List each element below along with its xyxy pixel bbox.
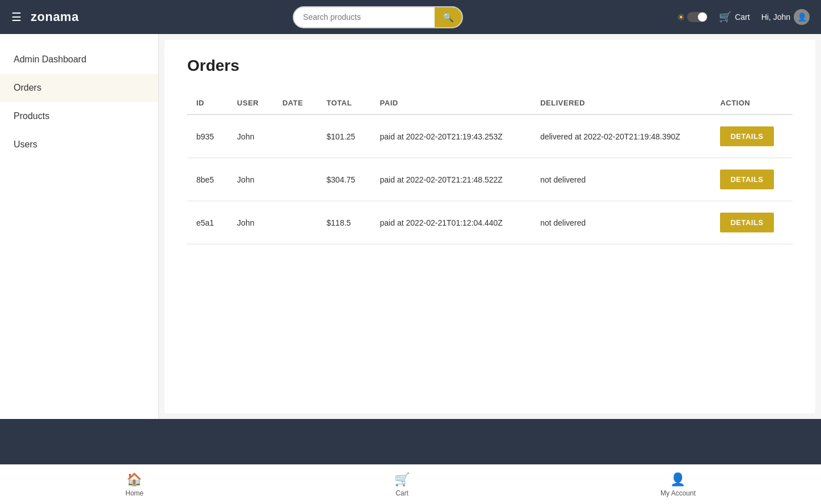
footer-nav-home-label: Home	[125, 489, 144, 497]
col-header-user: USER	[228, 92, 273, 115]
cell-user: John	[228, 158, 273, 201]
table-row: 8be5John$304.75paid at 2022-02-20T21:21:…	[187, 158, 793, 201]
sidebar-item-label: Admin Dashboard	[14, 54, 86, 64]
table-row: e5a1John$118.5paid at 2022-02-21T01:12:0…	[187, 201, 793, 244]
main-content: Orders ID USER DATE TOTAL PAID DELIVERED…	[165, 40, 815, 413]
col-header-date: DATE	[273, 92, 318, 115]
sidebar-item-orders[interactable]: Orders	[0, 74, 158, 102]
user-icon: 👤	[797, 12, 807, 22]
sidebar-item-products[interactable]: Products	[0, 102, 158, 130]
header: ☰ zonama 🔍 ☀ 🛒 Cart Hi, John 👤	[0, 0, 821, 34]
col-header-id: ID	[187, 92, 228, 115]
cell-user: John	[228, 201, 273, 244]
user-greeting[interactable]: Hi, John 👤	[761, 9, 810, 25]
logo: zonama	[31, 10, 79, 24]
footer-nav-account[interactable]: 👤 My Account	[660, 472, 696, 497]
footer-account-icon: 👤	[670, 472, 685, 487]
cell-action: DETAILS	[711, 158, 793, 201]
cell-total: $304.75	[318, 158, 371, 201]
sun-icon: ☀	[677, 12, 685, 23]
search-area: 🔍	[88, 6, 668, 28]
cart-icon: 🛒	[719, 11, 731, 23]
col-header-delivered: DELIVERED	[531, 92, 711, 115]
cell-id: b935	[187, 115, 228, 158]
table-header-row: ID USER DATE TOTAL PAID DELIVERED ACTION	[187, 92, 793, 115]
search-container: 🔍	[293, 6, 463, 28]
cell-id: e5a1	[187, 201, 228, 244]
cell-date	[273, 115, 318, 158]
cell-paid: paid at 2022-02-20T21:21:48.522Z	[371, 158, 532, 201]
details-button[interactable]: DETAILS	[720, 170, 773, 189]
footer-nav-home[interactable]: 🏠 Home	[125, 472, 144, 497]
footer-nav-account-label: My Account	[660, 489, 696, 497]
footer-cart-icon: 🛒	[394, 472, 410, 487]
footer-nav: 🏠 Home 🛒 Cart 👤 My Account	[0, 464, 821, 504]
page-title: Orders	[187, 57, 793, 75]
cart-link[interactable]: 🛒 Cart	[719, 11, 750, 23]
cell-user: John	[228, 115, 273, 158]
search-button[interactable]: 🔍	[435, 7, 462, 27]
menu-icon[interactable]: ☰	[11, 10, 22, 24]
header-right: ☀ 🛒 Cart Hi, John 👤	[677, 9, 810, 25]
details-button[interactable]: DETAILS	[720, 126, 773, 146]
cell-delivered: delivered at 2022-02-20T21:19:48.390Z	[531, 115, 711, 158]
theme-toggle[interactable]: ☀	[677, 12, 708, 23]
cell-paid: paid at 2022-02-21T01:12:04.440Z	[371, 201, 532, 244]
cell-total: $101.25	[318, 115, 371, 158]
cell-delivered: not delivered	[531, 201, 711, 244]
cell-id: 8be5	[187, 158, 228, 201]
sidebar-item-users[interactable]: Users	[0, 130, 158, 159]
col-header-paid: PAID	[371, 92, 532, 115]
theme-toggle-switch[interactable]	[687, 12, 708, 22]
search-icon: 🔍	[443, 12, 454, 22]
toggle-knob	[698, 12, 707, 22]
home-icon: 🏠	[127, 472, 142, 487]
footer-nav-cart[interactable]: 🛒 Cart	[394, 472, 410, 497]
avatar: 👤	[794, 9, 810, 25]
main-wrapper: Admin Dashboard Orders Products Users Or…	[0, 34, 821, 419]
cell-date	[273, 158, 318, 201]
sidebar: Admin Dashboard Orders Products Users	[0, 34, 159, 419]
sidebar-item-label: Products	[14, 111, 49, 121]
greeting-text: Hi, John	[761, 12, 790, 22]
table-row: b935John$101.25paid at 2022-02-20T21:19:…	[187, 115, 793, 158]
details-button[interactable]: DETAILS	[720, 213, 773, 232]
sidebar-item-label: Users	[14, 139, 37, 149]
cell-total: $118.5	[318, 201, 371, 244]
cell-date	[273, 201, 318, 244]
orders-table: ID USER DATE TOTAL PAID DELIVERED ACTION…	[187, 92, 793, 244]
cell-action: DETAILS	[711, 201, 793, 244]
footer-nav-cart-label: Cart	[395, 489, 409, 497]
sidebar-item-label: Orders	[14, 83, 41, 92]
sidebar-item-admin-dashboard[interactable]: Admin Dashboard	[0, 45, 158, 74]
cell-action: DETAILS	[711, 115, 793, 158]
col-header-total: TOTAL	[318, 92, 371, 115]
search-input[interactable]	[294, 8, 435, 26]
footer-dark	[0, 419, 821, 464]
cell-delivered: not delivered	[531, 158, 711, 201]
cart-label: Cart	[735, 12, 750, 22]
cell-paid: paid at 2022-02-20T21:19:43.253Z	[371, 115, 532, 158]
col-header-action: ACTION	[711, 92, 793, 115]
